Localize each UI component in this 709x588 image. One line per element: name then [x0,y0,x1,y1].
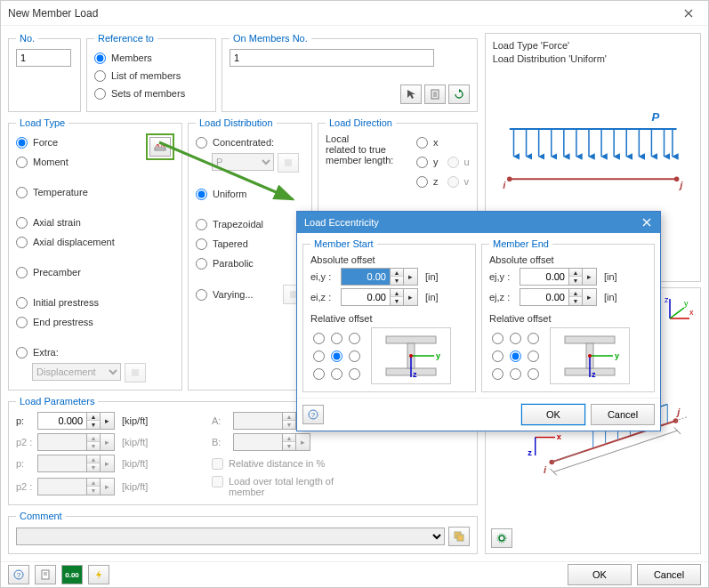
svg-text:i: i [503,179,506,189]
footer: ? 0.00 OK Cancel [1,561,708,587]
radio-uniform[interactable]: Uniform [196,185,304,203]
preview-settings-button[interactable] [491,528,512,548]
group-reference: Reference to Members List of members Set… [86,33,216,112]
relative-grid-start[interactable] [310,330,362,382]
ok-button[interactable]: OK [568,564,632,585]
group-comment: Comment [8,511,478,554]
lightning-button[interactable] [88,565,109,584]
legend-load-type: Load Type [16,117,68,128]
svg-text:j: j [678,179,683,189]
cross-section-icon: y z [554,331,625,381]
eccentricity-button[interactable] [149,137,171,157]
gear-icon [496,533,507,544]
radio-dir-y[interactable]: y [416,153,439,171]
legend-comment: Comment [16,511,66,521]
note-button[interactable] [35,565,56,584]
modal-close-button[interactable] [637,214,657,230]
group-member-end: Member End Absolute offset ej,y : ▲▼▸ [i… [481,238,655,392]
select-extra: Displacement [32,363,121,381]
radio-force[interactable]: Force [16,133,146,151]
param-p-b: p: ▲▼▸ [kip/ft] [16,455,194,472]
legend-on-members: On Members No. [230,33,311,44]
spin-down[interactable]: ▼ [391,277,403,285]
input-p[interactable] [37,412,87,430]
input-eiz[interactable] [341,288,391,306]
radio-dir-v: v [447,173,470,190]
radio-precamber[interactable]: Precamber [16,263,146,281]
radio-tapered[interactable]: Tapered [196,235,304,253]
radio-trapezoidal[interactable]: Trapezoidal [196,215,304,233]
cross-section-start: y z [371,327,451,384]
radio-initial-prestress[interactable]: Initial prestress [16,294,146,311]
radio-varying[interactable]: Varying... [196,286,279,303]
modal-ok-button[interactable]: OK [521,404,585,425]
radio-end-prestress[interactable]: End prestress [16,313,146,331]
value-button[interactable]: 0.00 [61,565,83,584]
radio-list-members[interactable]: List of members [94,67,208,85]
pick-button[interactable] [400,85,422,104]
input-eiy[interactable] [341,268,391,286]
svg-text:j: j [675,407,681,417]
svg-point-8 [507,176,512,181]
titlebar: New Member Load [1,1,708,26]
radio-axial-strain[interactable]: Axial strain [16,213,146,231]
spin-up[interactable]: ▲ [391,269,403,277]
spin-down[interactable]: ▼ [87,421,100,429]
comment-combo[interactable] [16,528,445,545]
legend-params: Load Parameters [16,396,98,407]
svg-text:z: z [665,295,669,304]
extra-edit-button [125,363,146,383]
modal-cancel-button[interactable]: Cancel [591,404,655,425]
legend-load-dir: Load Direction [326,117,396,128]
relative-grid-end[interactable] [489,330,541,382]
radio-extra[interactable]: Extra: [16,343,146,361]
edit-icon [283,157,294,168]
group-load-type: Load Type Force Moment Temperature Axial… [8,117,182,391]
list-button[interactable] [424,85,446,104]
refresh-button[interactable] [448,85,470,104]
preview-line1: Load Type 'Force' [493,39,693,52]
spin-up[interactable]: ▲ [87,413,100,421]
svg-rect-1 [132,369,139,376]
cancel-button[interactable]: Cancel [637,564,701,585]
input-B [233,433,283,451]
help-button[interactable]: ? [8,565,29,584]
eccentricity-button-highlight [146,133,174,160]
radio-temperature[interactable]: Temperature [16,183,146,201]
input-no[interactable] [16,49,71,67]
radio-parabolic[interactable]: Parabolic [196,254,304,272]
param-p: p: ▲▼▸ [kip/ft] [16,412,194,430]
edit-icon [130,367,141,378]
input-ejz[interactable] [520,288,569,306]
svg-text:z: z [413,370,417,379]
preview-line2: Load Distribution 'Uniform' [493,52,693,66]
check-relative: Relative distance in % [212,455,470,472]
modal-help-button[interactable]: ? [302,405,324,424]
radio-concentrated[interactable]: Concentrated: [196,133,304,151]
svg-point-34 [588,354,592,358]
radio-moment[interactable]: Moment [16,153,146,171]
svg-point-9 [673,176,679,181]
comment-pick-button[interactable] [448,527,470,546]
radio-dir-z[interactable]: z [416,173,439,190]
radio-members[interactable]: Members [94,49,208,67]
svg-rect-23 [386,336,436,343]
window-new-member-load: New Member Load No. Reference to Members… [0,0,709,588]
svg-text:?: ? [311,411,316,419]
step-button[interactable]: ▸ [101,412,115,430]
lightning-icon [93,569,104,580]
radio-axial-disp[interactable]: Axial displacement [16,233,146,251]
close-button[interactable] [669,1,708,26]
eccentricity-icon [154,141,166,152]
help-icon: ? [13,569,24,580]
svg-point-21 [499,536,504,541]
radio-dir-x[interactable]: x [416,133,470,151]
radio-sets-members[interactable]: Sets of members [94,85,208,102]
svg-text:x: x [556,432,561,441]
close-icon [642,218,651,227]
input-ejy[interactable] [520,268,569,286]
input-on-members[interactable] [230,49,434,67]
radio-dir-u: u [447,153,470,171]
modal-title: Load Eccentricity [304,217,379,228]
svg-text:z: z [592,370,596,379]
